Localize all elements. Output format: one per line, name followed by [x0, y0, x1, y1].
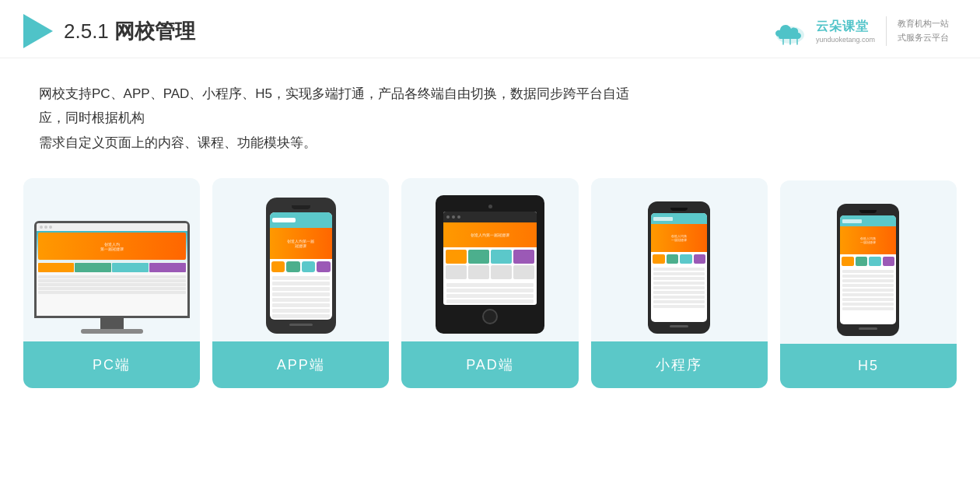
sp-row-7	[653, 296, 705, 299]
monitor-dot-2	[44, 226, 47, 229]
pad-row-3	[446, 294, 534, 298]
sp-logo	[653, 217, 673, 221]
brand-name-cn: 云朵课堂	[816, 19, 875, 35]
sp-icon-4	[694, 254, 706, 264]
sp-row-9	[653, 305, 705, 308]
card-miniprogram: 创造人均第一届冠捷课	[591, 178, 768, 388]
pc-mock-content: 创造人均第一届冠捷课	[37, 231, 187, 316]
pad-outer: 创造人均第一届冠捷课	[436, 195, 544, 334]
pad-grid-1	[446, 250, 467, 264]
miniprogram-content: 创造人均第一届冠捷课	[651, 213, 707, 322]
pc-rows	[38, 275, 186, 294]
sp-row-1	[653, 268, 705, 271]
pad-grid-5	[446, 265, 467, 279]
monitor-screen: 创造人均第一届冠捷课	[34, 221, 190, 318]
app-logo-bar	[272, 218, 296, 222]
h5-outer: 创造人均第一届冠捷课	[837, 204, 899, 336]
card-app: 创造人均第一届冠捷课	[212, 178, 389, 388]
pad-grid-4	[513, 250, 534, 264]
h5-logo	[842, 219, 862, 223]
pc-row-5	[38, 291, 186, 294]
h5-row-1	[842, 270, 894, 273]
pc-banner: 创造人均第一届冠捷课	[38, 233, 186, 260]
miniprogram-home	[670, 325, 688, 327]
header: 2.5.1 网校管理 云朵课堂 yunduoketang.com	[0, 0, 980, 58]
card-label-miniprogram: 小程序	[591, 341, 768, 388]
card-pad: 创造人均第一届冠捷课	[401, 178, 578, 388]
monitor-top-bar	[37, 223, 187, 231]
page-wrapper: 2.5.1 网校管理 云朵课堂 yunduoketang.com	[0, 0, 980, 490]
grid-item-4	[149, 263, 186, 272]
monitor-neck	[100, 318, 124, 329]
grid-item-2	[75, 263, 111, 272]
section-title-bold: 网校管理	[114, 19, 195, 43]
pad-home-button	[482, 309, 498, 324]
sp-icon-grid-mini	[651, 252, 707, 266]
pad-camera	[488, 205, 492, 208]
phone-home-app	[289, 324, 313, 326]
app-device-image: 创造人均第一届冠捷课	[254, 178, 348, 341]
sp-header-h5	[840, 215, 896, 226]
monitor-dot-1	[40, 226, 43, 229]
phone-icon-2	[286, 261, 300, 272]
h5-row-7	[842, 298, 894, 301]
phone-row-2	[272, 282, 330, 285]
card-label-app: APP端	[212, 341, 389, 388]
brand-logo: 云朵课堂 yunduoketang.com 教育机构一站 式服务云平台	[771, 15, 949, 47]
card-label-pad: PAD端	[401, 341, 578, 388]
sp-row-5	[653, 286, 705, 289]
h5-icon-1	[842, 257, 854, 266]
card-label-pc: PC端	[23, 341, 200, 388]
section-number: 2.5.1	[64, 19, 109, 43]
miniprogram-screen: 创造人均第一届冠捷课	[651, 213, 707, 322]
h5-notch	[859, 210, 877, 213]
brand-slogan: 教育机构一站 式服务云平台	[898, 17, 949, 44]
sp-icon-2	[667, 254, 679, 264]
phone-row-6	[272, 303, 330, 307]
pad-grid-6	[468, 265, 489, 279]
pad-rows	[443, 282, 537, 305]
phone-outer-app: 创造人均第一届冠捷课	[266, 198, 336, 334]
sp-banner-mini: 创造人均第一届冠捷课	[651, 224, 707, 252]
phone-row-4	[272, 292, 330, 296]
phone-header-bar	[270, 212, 332, 228]
h5-row-8	[842, 303, 894, 306]
brand-url: yunduoketang.com	[816, 36, 875, 44]
card-label-h5: H5	[780, 344, 957, 388]
monitor-content: 创造人均第一届冠捷课	[37, 231, 187, 316]
pc-row-1	[38, 275, 186, 278]
pc-monitor: 创造人均第一届冠捷课	[34, 221, 190, 334]
pad-row-2	[446, 289, 534, 292]
h5-phone: 创造人均第一届冠捷课	[837, 204, 899, 336]
pad-content: 创造人均第一届冠捷课	[443, 212, 537, 305]
sp-icon-1	[653, 254, 665, 264]
pad-dot-2	[452, 215, 455, 219]
sp-row-6	[653, 291, 705, 294]
logo-triangle-icon	[23, 14, 53, 48]
h5-row-3	[842, 279, 894, 282]
phone-icon-4	[317, 261, 331, 272]
phone-icon-1	[271, 261, 285, 272]
pad-dot-1	[446, 215, 450, 219]
pc-row-2	[38, 279, 186, 282]
sp-row-8	[653, 300, 705, 303]
brand-text: 云朵课堂 yunduoketang.com	[816, 19, 875, 44]
sp-list-mini	[651, 266, 707, 310]
sp-icon-3	[680, 254, 692, 264]
grid-item-1	[38, 263, 75, 272]
page-title: 2.5.1 网校管理	[64, 18, 195, 45]
monitor-dot-3	[49, 226, 52, 229]
monitor-base	[81, 329, 143, 334]
h5-screen: 创造人均第一届冠捷课	[840, 215, 896, 324]
sp-banner-h5: 创造人均第一届冠捷课	[840, 226, 896, 254]
pad-grid	[443, 247, 537, 282]
miniprogram-outer: 创造人均第一届冠捷课	[648, 201, 710, 334]
h5-home	[859, 327, 877, 330]
sp-icon-grid-h5	[840, 254, 896, 268]
app-phone: 创造人均第一届冠捷课	[266, 198, 336, 334]
description-line1: 网校支持PC、APP、PAD、小程序、H5，实现多端打通，产品各终端自由切换，数…	[39, 82, 630, 131]
description-line2: 需求自定义页面上的内容、课程、功能模块等。	[39, 131, 630, 155]
pad-device-image: 创造人均第一届冠捷课	[423, 178, 557, 341]
pad-screen: 创造人均第一届冠捷课	[443, 212, 537, 305]
miniprogram-notch	[670, 208, 688, 211]
